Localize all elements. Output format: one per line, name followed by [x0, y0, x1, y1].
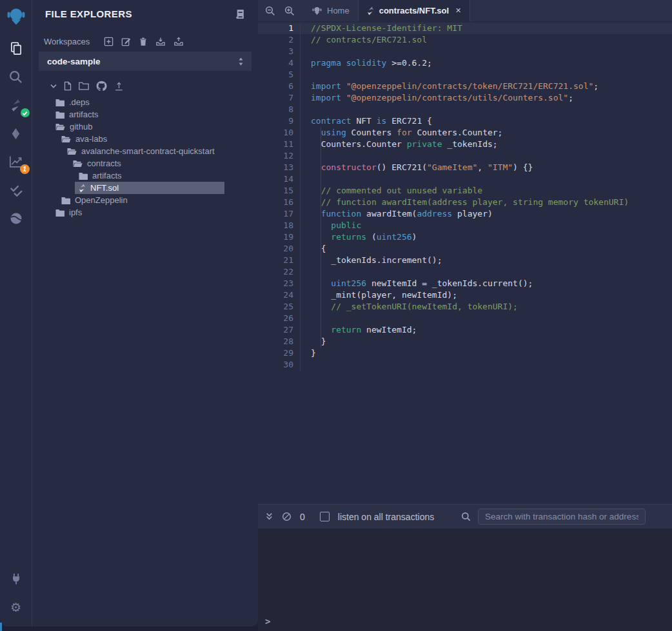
- line-number: 11: [258, 139, 301, 150]
- line-content: }: [301, 336, 326, 347]
- line-content: [301, 313, 311, 324]
- select-caret-icon: [238, 57, 244, 66]
- clear-console-icon[interactable]: [282, 512, 292, 521]
- editor-zoom-controls: [258, 0, 304, 21]
- tree-item-github[interactable]: github: [32, 121, 258, 133]
- code-line-30[interactable]: 30: [258, 359, 672, 371]
- workspaces-label: Workspaces: [44, 37, 90, 46]
- line-number: 4: [258, 57, 301, 69]
- sidebar-item-deploy-and-run[interactable]: [0, 119, 32, 148]
- sidebar-item-file-explorer[interactable]: [0, 34, 32, 63]
- line-number: 7: [258, 92, 301, 104]
- tree-item-nft-sol[interactable]: NFT.sol: [32, 182, 258, 194]
- tree-item-label: artifacts: [92, 171, 122, 180]
- code-line-29[interactable]: 29}: [258, 347, 672, 359]
- download-workspaces-icon[interactable]: [155, 37, 166, 46]
- deploy-run-icon: [10, 128, 22, 140]
- tab-contracts-nft-sol[interactable]: contracts/NFT.sol ✕: [359, 0, 471, 21]
- line-content: constructor() ERC721("GameItem", "ITM") …: [301, 162, 533, 173]
- expand-terminal-icon[interactable]: [265, 512, 273, 521]
- tree-item-label: github: [70, 122, 92, 131]
- sidebar-item-unit-testing[interactable]: [0, 176, 32, 204]
- tree-item-ipfs[interactable]: ipfs: [32, 206, 258, 218]
- close-icon[interactable]: ✕: [454, 6, 461, 15]
- search-icon: [461, 512, 471, 521]
- remix-logo-icon: [312, 6, 322, 15]
- tree-item-label: ava-labs: [75, 134, 107, 144]
- line-number: 15: [258, 185, 301, 197]
- code-editor[interactable]: 1//SPDX-License-Identifier: MIT2// contr…: [258, 21, 672, 504]
- tree-item-artifacts[interactable]: artifacts: [32, 108, 258, 121]
- line-content: [301, 173, 311, 185]
- tab-home[interactable]: Home: [304, 0, 359, 21]
- sidebar-item-analytics-plugin[interactable]: 1: [0, 148, 32, 176]
- listen-transactions-checkbox[interactable]: [320, 512, 330, 521]
- sidebar-item-solidity-compiler[interactable]: [0, 91, 32, 119]
- code-line-2[interactable]: 2// contracts/ERC721.sol: [258, 34, 672, 46]
- compile-success-badge: [21, 108, 30, 117]
- line-content: [301, 359, 311, 371]
- solidity-file-icon: [367, 6, 374, 15]
- file-explorer-icon: [9, 41, 23, 55]
- sidebar-item-plugin-manager[interactable]: [0, 565, 32, 593]
- line-content: return newItemId;: [301, 324, 417, 336]
- sidebar-bottom: ⚙: [0, 565, 32, 626]
- collapse-chevron-icon[interactable]: [50, 84, 57, 89]
- new-folder-icon[interactable]: [79, 82, 89, 90]
- line-content: _mint(player, newItemId);: [301, 289, 457, 301]
- line-number: 18: [258, 220, 301, 231]
- code-line-3[interactable]: 3: [258, 46, 672, 57]
- remix-logo-icon: [5, 0, 27, 34]
- gear-icon: ⚙: [10, 601, 21, 614]
- tree-item-label: OpenZeppelin: [75, 195, 128, 205]
- line-number: 30: [258, 359, 301, 371]
- code-line-9[interactable]: 9contract NFT is ERC721 {: [258, 115, 672, 127]
- line-content: // function awardItem(address player, st…: [301, 197, 629, 208]
- terminal-console[interactable]: >: [258, 529, 672, 631]
- workspace-select[interactable]: code-sample: [39, 52, 252, 71]
- folder-open-icon: [61, 135, 71, 143]
- code-line-8[interactable]: 8: [258, 104, 672, 115]
- line-number: 23: [258, 278, 301, 289]
- zoom-out-icon[interactable]: [265, 6, 275, 16]
- line-content: _tokenIds.increment();: [301, 255, 442, 266]
- upload-file-icon[interactable]: [114, 82, 124, 91]
- sidebar-item-circle-plugin[interactable]: [0, 204, 32, 233]
- tree-item-avalanche-smart-contract-quickstart[interactable]: avalanche-smart-contract-quickstart: [32, 145, 258, 157]
- line-content: import "@openzeppelin/contracts/utils/Co…: [301, 92, 573, 104]
- rename-workspace-icon[interactable]: [121, 37, 131, 46]
- tree-item--deps[interactable]: .deps: [32, 96, 258, 108]
- tab-label: Home: [327, 6, 350, 15]
- line-content: [301, 150, 311, 162]
- folder-closed-icon: [79, 172, 88, 180]
- github-icon[interactable]: [96, 81, 107, 92]
- zoom-in-icon[interactable]: [284, 6, 295, 16]
- tree-item-openzeppelin[interactable]: OpenZeppelin: [32, 194, 258, 206]
- tree-item-contracts[interactable]: contracts: [32, 157, 258, 170]
- line-number: 20: [258, 243, 301, 255]
- line-content: // _setTokenURI(newItemId, tokenURI);: [301, 301, 518, 313]
- code-line-4[interactable]: 4pragma solidity >=0.6.2;: [258, 57, 672, 69]
- sidebar-item-settings[interactable]: ⚙: [0, 593, 32, 621]
- line-number: 26: [258, 313, 301, 324]
- panel-header: FILE EXPLORERS: [32, 0, 258, 19]
- code-line-7[interactable]: 7import "@openzeppelin/contracts/utils/C…: [258, 92, 672, 104]
- code-line-6[interactable]: 6import "@openzeppelin/contracts/token/E…: [258, 81, 672, 92]
- delete-workspace-icon[interactable]: [139, 37, 148, 46]
- tree-item-artifacts[interactable]: artifacts: [32, 170, 258, 182]
- code-line-5[interactable]: 5: [258, 69, 672, 81]
- create-workspace-icon[interactable]: [104, 37, 114, 46]
- line-number: 14: [258, 173, 301, 185]
- transaction-search-input[interactable]: [478, 509, 646, 525]
- code-line-1[interactable]: 1//SPDX-License-Identifier: MIT: [258, 23, 672, 34]
- tree-item-ava-labs[interactable]: ava-labs: [32, 133, 258, 145]
- line-number: 19: [258, 231, 301, 243]
- file-tree-toolbar: [32, 71, 258, 96]
- sidebar-item-search[interactable]: [0, 63, 32, 91]
- book-icon[interactable]: [235, 9, 245, 19]
- line-content: function awardItem(address player): [301, 208, 493, 220]
- new-file-icon[interactable]: [64, 81, 72, 91]
- line-number: 13: [258, 162, 301, 173]
- restore-workspace-icon[interactable]: [173, 37, 184, 46]
- folder-open-icon: [73, 160, 83, 168]
